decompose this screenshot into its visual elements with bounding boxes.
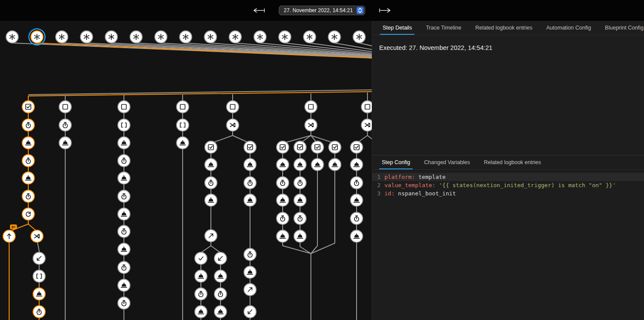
trace-node-asterisk[interactable] xyxy=(304,31,316,43)
trace-node-square[interactable] xyxy=(59,101,71,113)
tab-step-config[interactable]: Step Config xyxy=(375,155,417,169)
trace-node-timer[interactable] xyxy=(277,177,289,189)
trace-node-asterisk[interactable] xyxy=(254,31,266,43)
trace-node-asterisk[interactable] xyxy=(155,31,167,43)
trace-node-arrow-dl[interactable] xyxy=(33,252,45,264)
trace-node-timer[interactable] xyxy=(118,190,130,202)
trace-node-asterisk[interactable] xyxy=(180,31,192,43)
trace-node-bell[interactable] xyxy=(177,137,189,149)
trace-node-bell[interactable] xyxy=(22,137,34,149)
trace-node-shuffle[interactable] xyxy=(305,119,317,131)
trace-node-timer[interactable] xyxy=(350,177,363,189)
trace-node-bell[interactable] xyxy=(214,270,227,282)
trace-node-bell[interactable] xyxy=(244,266,256,278)
trace-node-bell[interactable] xyxy=(195,270,207,282)
tab-step-details[interactable]: Step Details xyxy=(376,21,419,35)
run-selector[interactable]: 27. November 2022, 14:54:21 xyxy=(279,6,366,15)
trace-node-bell[interactable] xyxy=(329,158,341,171)
trace-node-square[interactable] xyxy=(177,101,189,113)
trace-node-checkbox[interactable] xyxy=(329,141,341,153)
trace-node-brackets[interactable] xyxy=(118,119,130,131)
tab-trace-timeline[interactable]: Trace Timeline xyxy=(419,21,468,35)
trace-node-bell[interactable] xyxy=(22,172,34,184)
trace-graph[interactable]: 9+ xyxy=(0,21,372,320)
trace-node-arrow-dl[interactable] xyxy=(244,306,256,318)
trace-node-bell[interactable] xyxy=(277,194,289,206)
trace-node-bell[interactable] xyxy=(244,158,256,171)
trace-node-checkbox[interactable] xyxy=(294,141,306,153)
trace-node-bell[interactable] xyxy=(195,306,207,318)
trace-node-timer[interactable] xyxy=(22,155,34,167)
trace-node-timer[interactable] xyxy=(22,119,34,131)
trace-node-shuffle[interactable] xyxy=(31,230,43,242)
trace-node-bell[interactable] xyxy=(350,230,363,242)
trace-node-bell[interactable] xyxy=(294,194,306,206)
trace-node-checkbox[interactable] xyxy=(350,141,363,153)
trace-node-bell[interactable] xyxy=(33,288,45,300)
trace-node-checkbox[interactable] xyxy=(244,141,256,153)
trace-node-bell[interactable] xyxy=(311,158,324,171)
trace-node-bell[interactable] xyxy=(118,243,130,255)
trace-node-timer[interactable] xyxy=(33,306,45,318)
trace-node-arrow-ur[interactable] xyxy=(244,284,256,296)
trace-node-timer[interactable] xyxy=(244,248,256,261)
trace-node-bell[interactable] xyxy=(294,158,306,171)
trace-node-bell[interactable] xyxy=(244,194,256,206)
trace-node-bell[interactable] xyxy=(214,306,227,318)
trace-node-shuffle[interactable] xyxy=(361,119,372,131)
trace-node-bell[interactable] xyxy=(59,137,71,149)
trace-node-arrow-up[interactable] xyxy=(3,230,15,242)
trace-node-timer[interactable] xyxy=(118,261,130,274)
trace-node-timer[interactable] xyxy=(277,212,289,224)
tab-related-logbook-entries[interactable]: Related logbook entries xyxy=(477,155,548,169)
trace-node-arrow-dl[interactable] xyxy=(214,252,227,264)
trace-node-square[interactable] xyxy=(305,101,317,113)
trace-node-timer[interactable] xyxy=(22,190,34,202)
trace-node-asterisk[interactable] xyxy=(353,31,365,43)
trace-node-square[interactable] xyxy=(227,101,239,113)
trace-node-bell[interactable] xyxy=(205,194,217,206)
trace-node-timer[interactable] xyxy=(118,225,130,238)
trace-node-timer[interactable] xyxy=(294,177,306,189)
trace-node-bell[interactable] xyxy=(277,230,289,242)
trace-node-timer[interactable] xyxy=(195,288,207,300)
trace-node-asterisk[interactable] xyxy=(105,31,117,43)
next-run-button[interactable] xyxy=(376,6,394,15)
trace-node-timer[interactable] xyxy=(294,212,306,224)
tab-automation-config[interactable]: Automation Config xyxy=(539,21,598,35)
trace-node-bell[interactable] xyxy=(118,208,130,220)
trace-node-checkbox[interactable] xyxy=(277,141,289,153)
tab-blueprint-config[interactable]: Blueprint Config xyxy=(598,21,644,35)
trace-node-bell[interactable] xyxy=(277,158,289,171)
trace-node-bell[interactable] xyxy=(118,172,130,184)
trace-node-square[interactable] xyxy=(361,101,372,113)
trace-node-asterisk[interactable] xyxy=(29,29,45,45)
trace-node-timer[interactable] xyxy=(205,177,217,189)
trace-node-timer[interactable] xyxy=(244,177,256,189)
trace-node-square[interactable] xyxy=(118,101,130,113)
trace-node-bell[interactable] xyxy=(350,194,363,206)
trace-node-bell[interactable] xyxy=(118,279,130,291)
trace-node-check[interactable] xyxy=(195,252,207,264)
trace-node-asterisk[interactable] xyxy=(56,31,68,43)
trace-node-checkbox[interactable] xyxy=(22,101,34,113)
trace-node-asterisk[interactable] xyxy=(130,31,142,43)
trace-node-timer[interactable] xyxy=(214,288,227,300)
trace-node-bell[interactable] xyxy=(118,137,130,149)
trace-node-timer[interactable] xyxy=(59,119,71,131)
trace-node-asterisk[interactable] xyxy=(204,31,217,43)
trace-node-bell[interactable] xyxy=(205,158,217,171)
trace-node-timer[interactable] xyxy=(118,297,130,309)
trace-node-arrow-ur[interactable] xyxy=(205,230,217,242)
previous-run-button[interactable] xyxy=(250,6,268,15)
trace-node-brackets[interactable] xyxy=(33,270,45,282)
trace-node-timer[interactable] xyxy=(118,155,130,167)
trace-node-refresh[interactable] xyxy=(22,208,34,220)
trace-node-bell[interactable] xyxy=(350,158,363,171)
trace-node-asterisk[interactable] xyxy=(328,31,340,43)
trace-node-asterisk[interactable] xyxy=(229,31,241,43)
trace-node-checkbox[interactable] xyxy=(311,141,324,153)
trace-node-asterisk[interactable] xyxy=(80,31,93,43)
tab-changed-variables[interactable]: Changed Variables xyxy=(417,155,477,169)
trace-node-asterisk[interactable] xyxy=(6,31,18,43)
